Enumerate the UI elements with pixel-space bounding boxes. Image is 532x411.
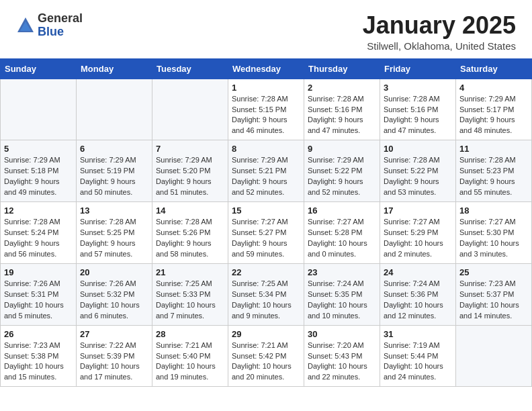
day-info: Sunrise: 7:28 AM Sunset: 5:16 PM Dayligh… (308, 94, 376, 137)
calendar-cell: 14Sunrise: 7:28 AM Sunset: 5:26 PM Dayli… (152, 202, 228, 264)
calendar-cell: 18Sunrise: 7:27 AM Sunset: 5:30 PM Dayli… (456, 202, 532, 264)
calendar-table: SundayMondayTuesdayWednesdayThursdayFrid… (0, 58, 532, 387)
day-number: 22 (232, 267, 300, 277)
day-number: 20 (80, 267, 148, 277)
day-info: Sunrise: 7:24 AM Sunset: 5:36 PM Dayligh… (384, 279, 452, 322)
day-number: 25 (459, 267, 528, 277)
calendar-cell: 17Sunrise: 7:27 AM Sunset: 5:29 PM Dayli… (380, 202, 456, 264)
day-info: Sunrise: 7:26 AM Sunset: 5:32 PM Dayligh… (80, 279, 148, 322)
calendar-cell: 24Sunrise: 7:24 AM Sunset: 5:36 PM Dayli… (380, 263, 456, 325)
day-info: Sunrise: 7:29 AM Sunset: 5:21 PM Dayligh… (232, 155, 300, 198)
logo-text: General Blue (38, 12, 83, 39)
day-number: 17 (384, 205, 452, 216)
day-info: Sunrise: 7:27 AM Sunset: 5:30 PM Dayligh… (459, 217, 528, 260)
calendar-week-row: 26Sunrise: 7:23 AM Sunset: 5:38 PM Dayli… (1, 325, 532, 387)
day-number: 7 (156, 144, 224, 154)
calendar-cell: 7Sunrise: 7:29 AM Sunset: 5:20 PM Daylig… (152, 140, 228, 202)
calendar-cell: 9Sunrise: 7:29 AM Sunset: 5:22 PM Daylig… (304, 140, 380, 202)
location: Stilwell, Oklahoma, United States (363, 40, 516, 52)
day-number: 15 (232, 205, 300, 216)
calendar-header: SundayMondayTuesdayWednesdayThursdayFrid… (1, 58, 532, 79)
day-number: 13 (80, 205, 148, 216)
title-block: January 2025 Stilwell, Oklahoma, United … (363, 12, 516, 52)
calendar-cell: 12Sunrise: 7:28 AM Sunset: 5:24 PM Dayli… (1, 202, 77, 264)
day-info: Sunrise: 7:28 AM Sunset: 5:26 PM Dayligh… (156, 217, 224, 260)
weekday-header-saturday: Saturday (456, 58, 532, 79)
calendar-cell: 26Sunrise: 7:23 AM Sunset: 5:38 PM Dayli… (1, 325, 77, 387)
weekday-header-thursday: Thursday (304, 58, 380, 79)
day-info: Sunrise: 7:25 AM Sunset: 5:34 PM Dayligh… (232, 279, 300, 322)
calendar-cell: 22Sunrise: 7:25 AM Sunset: 5:34 PM Dayli… (228, 263, 304, 325)
day-info: Sunrise: 7:28 AM Sunset: 5:25 PM Dayligh… (80, 217, 148, 260)
day-info: Sunrise: 7:29 AM Sunset: 5:19 PM Dayligh… (80, 155, 148, 198)
calendar-cell (456, 325, 532, 387)
day-number: 29 (232, 329, 300, 339)
day-info: Sunrise: 7:24 AM Sunset: 5:35 PM Dayligh… (308, 279, 376, 322)
calendar-week-row: 19Sunrise: 7:26 AM Sunset: 5:31 PM Dayli… (1, 263, 532, 325)
day-number: 30 (308, 329, 376, 339)
calendar-cell: 27Sunrise: 7:22 AM Sunset: 5:39 PM Dayli… (77, 325, 152, 387)
calendar-week-row: 1Sunrise: 7:28 AM Sunset: 5:15 PM Daylig… (1, 79, 532, 140)
day-number: 18 (459, 205, 528, 216)
day-number: 23 (308, 267, 376, 277)
calendar-cell: 16Sunrise: 7:27 AM Sunset: 5:28 PM Dayli… (304, 202, 380, 264)
calendar-cell: 19Sunrise: 7:26 AM Sunset: 5:31 PM Dayli… (1, 263, 77, 325)
day-info: Sunrise: 7:27 AM Sunset: 5:29 PM Dayligh… (384, 217, 452, 260)
logo-icon (16, 16, 35, 35)
calendar-cell: 20Sunrise: 7:26 AM Sunset: 5:32 PM Dayli… (77, 263, 152, 325)
month-title: January 2025 (363, 12, 516, 39)
day-info: Sunrise: 7:23 AM Sunset: 5:38 PM Dayligh… (4, 340, 73, 383)
calendar-cell: 5Sunrise: 7:29 AM Sunset: 5:18 PM Daylig… (1, 140, 77, 202)
calendar-cell: 4Sunrise: 7:29 AM Sunset: 5:17 PM Daylig… (456, 79, 532, 140)
calendar-cell: 13Sunrise: 7:28 AM Sunset: 5:25 PM Dayli… (77, 202, 152, 264)
calendar-cell: 31Sunrise: 7:19 AM Sunset: 5:44 PM Dayli… (380, 325, 456, 387)
day-info: Sunrise: 7:28 AM Sunset: 5:15 PM Dayligh… (232, 94, 300, 137)
day-info: Sunrise: 7:29 AM Sunset: 5:20 PM Dayligh… (156, 155, 224, 198)
calendar-cell: 21Sunrise: 7:25 AM Sunset: 5:33 PM Dayli… (152, 263, 228, 325)
weekday-header-wednesday: Wednesday (228, 58, 304, 79)
calendar-cell: 29Sunrise: 7:21 AM Sunset: 5:42 PM Dayli… (228, 325, 304, 387)
calendar-cell: 30Sunrise: 7:20 AM Sunset: 5:43 PM Dayli… (304, 325, 380, 387)
calendar-cell (1, 79, 77, 140)
day-number: 6 (80, 144, 148, 154)
day-info: Sunrise: 7:20 AM Sunset: 5:43 PM Dayligh… (308, 340, 376, 383)
day-info: Sunrise: 7:21 AM Sunset: 5:40 PM Dayligh… (156, 340, 224, 383)
calendar-week-row: 5Sunrise: 7:29 AM Sunset: 5:18 PM Daylig… (1, 140, 532, 202)
calendar-cell: 2Sunrise: 7:28 AM Sunset: 5:16 PM Daylig… (304, 79, 380, 140)
day-number: 9 (308, 144, 376, 154)
day-info: Sunrise: 7:21 AM Sunset: 5:42 PM Dayligh… (232, 340, 300, 383)
day-number: 8 (232, 144, 300, 154)
calendar-cell: 25Sunrise: 7:23 AM Sunset: 5:37 PM Dayli… (456, 263, 532, 325)
day-number: 16 (308, 205, 376, 216)
day-info: Sunrise: 7:27 AM Sunset: 5:28 PM Dayligh… (308, 217, 376, 260)
day-info: Sunrise: 7:23 AM Sunset: 5:37 PM Dayligh… (459, 279, 528, 322)
day-number: 21 (156, 267, 224, 277)
day-info: Sunrise: 7:28 AM Sunset: 5:16 PM Dayligh… (384, 94, 452, 137)
logo-blue: Blue (38, 26, 83, 39)
day-number: 19 (4, 267, 73, 277)
day-number: 2 (308, 83, 376, 93)
day-number: 11 (459, 144, 528, 154)
day-number: 10 (384, 144, 452, 154)
calendar-body: 1Sunrise: 7:28 AM Sunset: 5:15 PM Daylig… (1, 79, 532, 387)
day-info: Sunrise: 7:29 AM Sunset: 5:17 PM Dayligh… (459, 94, 528, 137)
day-info: Sunrise: 7:27 AM Sunset: 5:27 PM Dayligh… (232, 217, 300, 260)
calendar-cell: 10Sunrise: 7:28 AM Sunset: 5:22 PM Dayli… (380, 140, 456, 202)
logo-general: General (38, 12, 83, 26)
calendar-cell: 6Sunrise: 7:29 AM Sunset: 5:19 PM Daylig… (77, 140, 152, 202)
page-header: General Blue January 2025 Stilwell, Okla… (0, 0, 532, 58)
day-number: 4 (459, 83, 528, 93)
weekday-header-tuesday: Tuesday (152, 58, 228, 79)
day-number: 3 (384, 83, 452, 93)
day-info: Sunrise: 7:28 AM Sunset: 5:23 PM Dayligh… (459, 155, 528, 198)
day-info: Sunrise: 7:26 AM Sunset: 5:31 PM Dayligh… (4, 279, 73, 322)
day-number: 27 (80, 329, 148, 339)
calendar-cell: 28Sunrise: 7:21 AM Sunset: 5:40 PM Dayli… (152, 325, 228, 387)
day-info: Sunrise: 7:19 AM Sunset: 5:44 PM Dayligh… (384, 340, 452, 383)
calendar-cell: 11Sunrise: 7:28 AM Sunset: 5:23 PM Dayli… (456, 140, 532, 202)
day-number: 14 (156, 205, 224, 216)
day-info: Sunrise: 7:25 AM Sunset: 5:33 PM Dayligh… (156, 279, 224, 322)
calendar-cell: 3Sunrise: 7:28 AM Sunset: 5:16 PM Daylig… (380, 79, 456, 140)
calendar-week-row: 12Sunrise: 7:28 AM Sunset: 5:24 PM Dayli… (1, 202, 532, 264)
calendar-cell (152, 79, 228, 140)
